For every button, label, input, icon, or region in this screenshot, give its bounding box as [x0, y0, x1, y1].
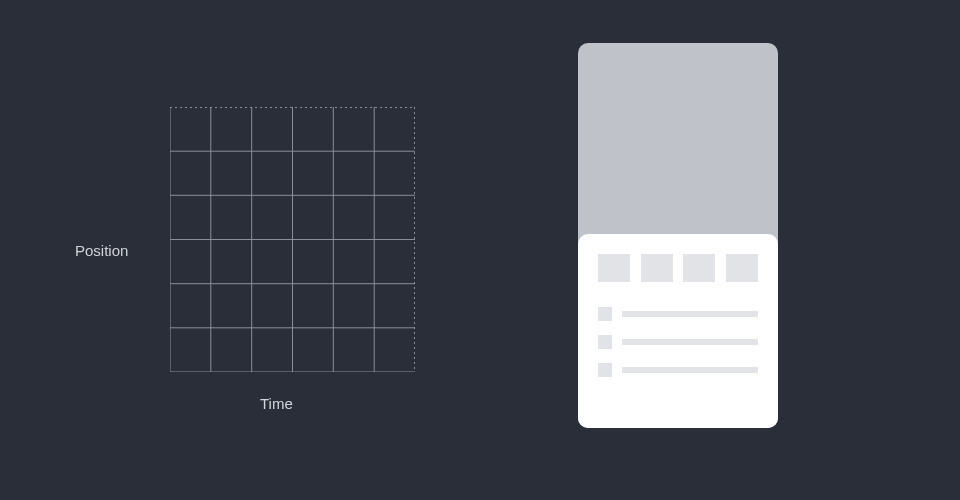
easing-grid: [170, 107, 415, 372]
list-line-placeholder: [622, 339, 758, 345]
list-line-placeholder: [622, 367, 758, 373]
list-item: [598, 335, 758, 349]
tab-placeholder: [683, 254, 715, 282]
tab-placeholder: [641, 254, 673, 282]
tab-placeholder: [726, 254, 758, 282]
bottom-sheet-panel: [578, 234, 778, 428]
tab-row: [598, 254, 758, 282]
list-line-placeholder: [622, 311, 758, 317]
y-axis-label: Position: [75, 242, 128, 259]
tab-placeholder: [598, 254, 630, 282]
list-bullet-placeholder: [598, 363, 612, 377]
device-mockup: [578, 43, 778, 428]
list-bullet-placeholder: [598, 307, 612, 321]
list-item: [598, 363, 758, 377]
list-bullet-placeholder: [598, 335, 612, 349]
x-axis-label: Time: [260, 395, 293, 412]
list-item: [598, 307, 758, 321]
